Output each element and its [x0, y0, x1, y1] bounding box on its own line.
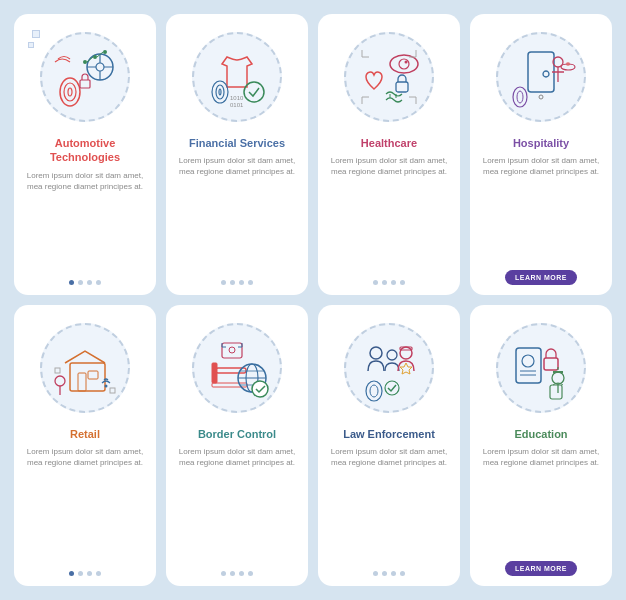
dot [391, 571, 396, 576]
svg-point-34 [513, 87, 527, 107]
svg-point-58 [387, 350, 397, 360]
svg-point-42 [105, 385, 108, 388]
svg-rect-74 [550, 385, 562, 399]
icon-circle-education [496, 323, 586, 413]
card-dots-financial [221, 280, 253, 285]
dot [96, 571, 101, 576]
svg-point-17 [219, 89, 221, 95]
svg-point-70 [552, 372, 564, 384]
card-dots-law [373, 571, 405, 576]
dot [373, 280, 378, 285]
card-title-financial: Financial Services [189, 136, 285, 150]
card-icon-area-border [176, 313, 298, 423]
svg-point-1 [64, 83, 76, 101]
icon-circle-automotive [40, 32, 130, 122]
dot [78, 280, 83, 285]
dot [248, 280, 253, 285]
deco-sq [28, 42, 34, 48]
card-title-hospitality: Hospitality [513, 136, 569, 150]
svg-rect-55 [222, 343, 242, 358]
card-retail: Retail Lorem ipsum dolor sit dam amet, m… [14, 305, 156, 586]
card-icon-area-financial: 1010 0101 [176, 22, 298, 132]
education-icon [506, 333, 576, 403]
svg-point-54 [252, 381, 268, 397]
card-desc-healthcare: Lorem ipsum dolor sit dam amet, mea regi… [328, 155, 450, 274]
dot [69, 571, 74, 576]
svg-point-57 [370, 347, 382, 359]
icon-circle-border [192, 323, 282, 413]
dot [230, 280, 235, 285]
svg-point-56 [229, 347, 235, 353]
svg-point-12 [103, 50, 107, 54]
card-desc-retail: Lorem ipsum dolor sit dam amet, mea regi… [24, 446, 146, 565]
card-desc-automotive: Lorem ipsum dolor sit dam amet, mea regi… [24, 170, 146, 274]
card-title-automotive: Automotive Technologies [24, 136, 146, 165]
card-desc-law: Lorem ipsum dolor sit dam amet, mea regi… [328, 446, 450, 565]
svg-point-40 [55, 376, 65, 386]
card-dots-healthcare [373, 280, 405, 285]
svg-point-21 [390, 55, 418, 73]
card-title-law: Law Enforcement [343, 427, 435, 441]
dot [248, 571, 253, 576]
svg-text:1010: 1010 [230, 95, 244, 101]
icon-circle-financial: 1010 0101 [192, 32, 282, 122]
card-dots-border [221, 571, 253, 576]
svg-point-15 [212, 81, 228, 103]
svg-point-4 [96, 63, 104, 71]
card-title-healthcare: Healthcare [361, 136, 417, 150]
card-icon-area-automotive [24, 22, 146, 132]
svg-rect-9 [80, 80, 90, 88]
dot [391, 280, 396, 285]
card-icon-area-education [480, 313, 602, 423]
card-hospitality: Hospitality Lorem ipsum dolor sit dam am… [470, 14, 612, 295]
card-icon-area-healthcare [328, 22, 450, 132]
icon-circle-law [344, 323, 434, 413]
svg-rect-39 [88, 371, 98, 379]
financial-icon: 1010 0101 [202, 42, 272, 112]
svg-point-0 [60, 78, 80, 106]
dot [221, 280, 226, 285]
svg-point-64 [385, 381, 399, 395]
svg-rect-69 [544, 358, 558, 370]
law-icon [354, 333, 424, 403]
card-title-education: Education [514, 427, 567, 441]
icon-circle-healthcare [344, 32, 434, 122]
dot [69, 280, 74, 285]
card-financial: 1010 0101 Financial Services Lorem ipsum… [166, 14, 308, 295]
learn-more-button-education[interactable]: LEARN MORE [505, 561, 577, 576]
border-icon [202, 333, 272, 403]
svg-rect-44 [110, 388, 115, 393]
card-law: Law Enforcement Lorem ipsum dolor sit da… [318, 305, 460, 586]
svg-point-59 [400, 347, 412, 359]
card-title-retail: Retail [70, 427, 100, 441]
svg-point-10 [83, 60, 87, 64]
svg-point-36 [539, 95, 543, 99]
svg-point-18 [244, 82, 264, 102]
card-desc-hospitality: Lorem ipsum dolor sit dam amet, mea regi… [480, 155, 602, 264]
card-icon-area-hospitality [480, 22, 602, 132]
dot [382, 571, 387, 576]
card-desc-financial: Lorem ipsum dolor sit dam amet, mea regi… [176, 155, 298, 274]
dot [78, 571, 83, 576]
retail-icon [50, 333, 120, 403]
svg-text:0101: 0101 [230, 102, 244, 108]
svg-rect-24 [396, 82, 408, 92]
hospitality-icon [506, 42, 576, 112]
dot [87, 280, 92, 285]
svg-point-11 [93, 55, 97, 59]
icon-circle-retail [40, 323, 130, 413]
svg-rect-43 [55, 368, 60, 373]
svg-point-33 [566, 62, 570, 66]
svg-point-16 [216, 85, 224, 99]
svg-point-2 [68, 88, 72, 96]
card-grid: Automotive Technologies Lorem ipsum dolo… [0, 0, 626, 600]
icon-circle-hospitality [496, 32, 586, 122]
card-dots-automotive [69, 280, 101, 285]
dot [373, 571, 378, 576]
card-education: Education Lorem ipsum dolor sit dam amet… [470, 305, 612, 586]
dot [239, 280, 244, 285]
card-dots-retail [69, 571, 101, 576]
card-desc-border: Lorem ipsum dolor sit dam amet, mea regi… [176, 446, 298, 565]
learn-more-button-hospitality[interactable]: LEARN MORE [505, 270, 577, 285]
svg-marker-61 [400, 363, 412, 374]
